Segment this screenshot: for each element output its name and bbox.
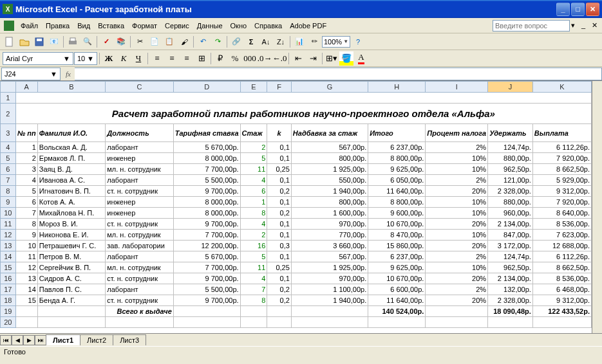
hdr-pay[interactable]: Выплата bbox=[532, 124, 591, 142]
dec-indent-button[interactable]: ⇤ bbox=[291, 51, 305, 66]
cell[interactable]: 2 134,00р. bbox=[488, 219, 533, 230]
close-button[interactable]: ✕ bbox=[586, 3, 599, 16]
cell[interactable]: 7 700,00р. bbox=[173, 230, 240, 241]
align-left-button[interactable]: ≡ bbox=[150, 51, 164, 66]
menu-insert[interactable]: Вставка bbox=[94, 20, 128, 32]
cell[interactable]: 0,2 bbox=[267, 186, 292, 197]
cell[interactable]: 9 700,00р. bbox=[173, 219, 240, 230]
print-button[interactable] bbox=[66, 35, 80, 49]
cell[interactable]: 0,25 bbox=[267, 262, 292, 273]
bold-button[interactable]: Ж bbox=[102, 51, 116, 66]
menu-view[interactable]: Вид bbox=[73, 20, 94, 32]
row-header[interactable]: 6 bbox=[1, 164, 16, 175]
cell[interactable]: 3 660,00р. bbox=[291, 241, 368, 251]
col-header[interactable]: C bbox=[106, 82, 174, 93]
cell[interactable]: 1 100,00р. bbox=[291, 284, 368, 295]
font-name-dropdown[interactable]: Arial Cyr▼ bbox=[3, 52, 73, 65]
cell[interactable]: Игнатович В. П. bbox=[37, 186, 105, 197]
menu-adobe[interactable]: Adobe PDF bbox=[286, 20, 330, 32]
cell[interactable]: 8 000,00р. bbox=[173, 153, 240, 164]
cell[interactable]: Вольская А. Д. bbox=[37, 142, 105, 153]
row-header[interactable]: 1 bbox=[1, 93, 16, 104]
cell[interactable]: зав. лаборатории bbox=[106, 241, 174, 251]
tab-nav-last[interactable]: ⏭ bbox=[35, 335, 46, 345]
cell[interactable]: 9 312,00р. bbox=[532, 295, 591, 306]
column-headers[interactable]: A B C D E F G H I J K bbox=[1, 82, 592, 93]
sheet-tab-3[interactable]: Лист3 bbox=[113, 334, 146, 345]
cell[interactable]: 8 536,00р. bbox=[532, 273, 591, 284]
table-row[interactable]: 52Ермаков Л. П.инженер8 000,00р.50,1800,… bbox=[1, 153, 592, 164]
row-header[interactable]: 8 bbox=[1, 186, 16, 197]
cell[interactable]: 2 328,00р. bbox=[488, 186, 533, 197]
row-header[interactable]: 4 bbox=[1, 142, 16, 153]
row-header[interactable]: 3 bbox=[1, 124, 16, 142]
cell[interactable]: 8 662,50р. bbox=[532, 164, 591, 175]
cell[interactable]: 970,00р. bbox=[291, 273, 368, 284]
cell[interactable]: 9 625,00р. bbox=[368, 164, 426, 175]
cell[interactable]: лаборант bbox=[106, 142, 174, 153]
cell[interactable]: 2% bbox=[426, 284, 488, 295]
borders-button[interactable]: ⊞▾ bbox=[325, 51, 339, 66]
row-header[interactable]: 12 bbox=[1, 230, 16, 241]
cell[interactable]: 4 bbox=[240, 273, 267, 284]
cell[interactable]: 5 bbox=[15, 186, 37, 197]
table-row[interactable]: 63Заяц В. Д.мл. н. сотрудник7 700,00р.11… bbox=[1, 164, 592, 175]
cell[interactable]: 7 700,00р. bbox=[173, 164, 240, 175]
col-header[interactable]: H bbox=[368, 82, 426, 93]
tab-nav-next[interactable]: ▶ bbox=[23, 335, 35, 345]
cell[interactable]: 5 bbox=[240, 251, 267, 262]
cell[interactable]: ст. н. сотрудник bbox=[106, 273, 174, 284]
cell[interactable]: 970,00р. bbox=[291, 219, 368, 230]
redo-button[interactable]: ↷ bbox=[211, 35, 225, 49]
cell[interactable]: 12 688,00р. bbox=[532, 241, 591, 251]
open-button[interactable] bbox=[17, 35, 32, 49]
hdr-k[interactable]: k bbox=[267, 124, 292, 142]
cell[interactable]: 6 237,00р. bbox=[368, 251, 426, 262]
cell[interactable]: 11 bbox=[240, 262, 267, 273]
vertical-scrollbar[interactable] bbox=[592, 81, 602, 333]
sum-hold[interactable]: 18 090,48р. bbox=[488, 306, 533, 317]
merge-button[interactable]: ⊞ bbox=[194, 51, 209, 66]
cell[interactable]: 9 700,00р. bbox=[173, 186, 240, 197]
row-header[interactable]: 10 bbox=[1, 208, 16, 219]
formula-input[interactable] bbox=[75, 68, 602, 80]
cell[interactable]: 0,1 bbox=[267, 142, 292, 153]
cell[interactable]: Павлов П. С. bbox=[37, 284, 105, 295]
cell[interactable]: 9 700,00р. bbox=[173, 273, 240, 284]
fill-color-button[interactable]: 🪣 bbox=[339, 51, 353, 66]
cell[interactable]: 960,00р. bbox=[488, 208, 533, 219]
cell[interactable]: 124,74р. bbox=[488, 142, 533, 153]
cell[interactable]: 15 bbox=[15, 295, 37, 306]
table-row[interactable]: 1512Сергейчик В. П.мл. н. сотрудник7 700… bbox=[1, 262, 592, 273]
name-box[interactable]: J24▼ bbox=[1, 68, 61, 80]
cell[interactable]: 10% bbox=[426, 208, 488, 219]
cell[interactable]: 0,2 bbox=[267, 284, 292, 295]
cell[interactable]: 0,1 bbox=[267, 273, 292, 284]
tab-nav-prev[interactable]: ◀ bbox=[12, 335, 23, 345]
cell[interactable]: 5 670,00р. bbox=[173, 251, 240, 262]
spreadsheet-grid[interactable]: A B C D E F G H I J K 1 2 Расчет заработ… bbox=[0, 81, 602, 333]
cell[interactable]: 5 929,00р. bbox=[532, 175, 591, 186]
cell[interactable]: 20% bbox=[426, 219, 488, 230]
format-painter-button[interactable]: 🖌 bbox=[177, 35, 191, 49]
cell[interactable]: 0,25 bbox=[267, 164, 292, 175]
cell[interactable]: Котов А. А. bbox=[37, 197, 105, 208]
cell[interactable]: 4 bbox=[240, 175, 267, 186]
row-header[interactable]: 5 bbox=[1, 153, 16, 164]
hdr-num[interactable]: № пп bbox=[15, 124, 37, 142]
cell[interactable]: 5 670,00р. bbox=[173, 142, 240, 153]
cell[interactable]: Петрашевич Г. С. bbox=[37, 241, 105, 251]
select-all-button[interactable] bbox=[1, 82, 16, 93]
cell[interactable]: 2 328,00р. bbox=[488, 295, 533, 306]
undo-button[interactable]: ↶ bbox=[196, 35, 210, 49]
table-row[interactable]: 1613Сидров А. С.ст. н. сотрудник9 700,00… bbox=[1, 273, 592, 284]
sum-total[interactable]: 140 524,00р. bbox=[368, 306, 426, 317]
maximize-button[interactable]: □ bbox=[571, 3, 585, 16]
cell[interactable]: мл. н. сотрудник bbox=[106, 262, 174, 273]
cell[interactable]: 8 800,00р. bbox=[368, 197, 426, 208]
menu-help[interactable]: Справка bbox=[250, 20, 286, 32]
cell[interactable]: 2 134,00р. bbox=[488, 273, 533, 284]
cell[interactable]: 8 800,00р. bbox=[368, 153, 426, 164]
cell[interactable]: 2% bbox=[426, 175, 488, 186]
cell[interactable]: 10% bbox=[426, 153, 488, 164]
